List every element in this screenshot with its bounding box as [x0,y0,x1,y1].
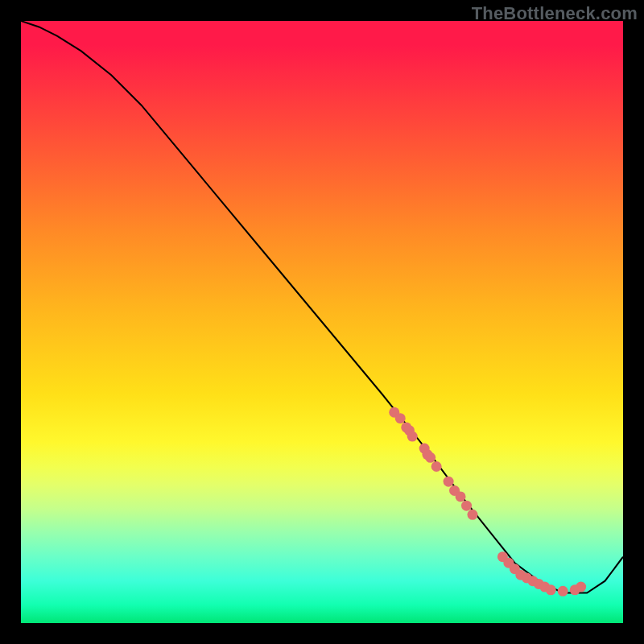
chart-stage: TheBottleneck.com [0,0,644,644]
marker-point [576,582,586,592]
marker-point [468,510,478,520]
marker-point [395,413,406,423]
marker-point [425,452,436,463]
marker-points [389,407,586,597]
marker-point [444,477,454,487]
marker-point [407,431,418,442]
marker-point [431,461,442,472]
plot-area [21,21,623,623]
marker-point [546,584,556,595]
marker-point [558,586,568,597]
bottleneck-curve [21,21,623,593]
marker-point [456,491,466,502]
marker-point [461,501,472,511]
chart-svg [21,21,623,623]
